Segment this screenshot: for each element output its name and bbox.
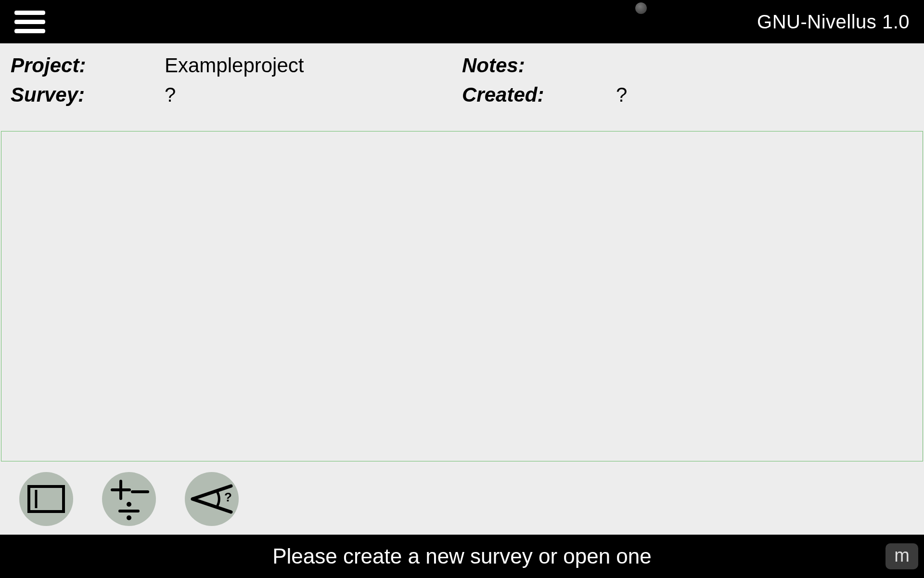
svg-point-7 xyxy=(127,515,131,520)
status-message: Please create a new survey or open one xyxy=(0,544,924,568)
frame-icon xyxy=(27,485,65,513)
survey-label: Survey: xyxy=(11,80,165,110)
app-title: GNU-Nivellus 1.0 xyxy=(757,11,910,33)
project-value: Exampleproject xyxy=(165,51,304,80)
unit-toggle[interactable]: m xyxy=(886,543,918,569)
hamburger-icon xyxy=(14,20,45,24)
survey-canvas[interactable] xyxy=(1,131,923,461)
notes-label: Notes: xyxy=(462,51,616,80)
calculate-button[interactable] xyxy=(102,472,156,526)
measure-angle-button[interactable]: ? xyxy=(185,472,239,526)
top-bar: GNU-Nivellus 1.0 xyxy=(0,0,924,43)
svg-rect-0 xyxy=(29,486,64,512)
plus-minus-divide-icon xyxy=(107,477,151,521)
created-value: ? xyxy=(616,80,627,110)
angle-measure-icon: ? xyxy=(189,482,235,516)
survey-value: ? xyxy=(165,80,176,110)
camera-dot-icon xyxy=(635,2,647,14)
svg-text:?: ? xyxy=(224,490,232,504)
hamburger-icon xyxy=(14,29,45,33)
project-label: Project: xyxy=(11,51,165,80)
info-panel: Project: Exampleproject Notes: Survey: ?… xyxy=(0,43,924,115)
hamburger-icon xyxy=(14,11,45,15)
created-label: Created: xyxy=(462,80,616,110)
menu-button[interactable] xyxy=(14,6,45,37)
canvas-container xyxy=(0,115,924,465)
svg-point-5 xyxy=(127,502,131,507)
view-frame-button[interactable] xyxy=(19,472,73,526)
tool-row: ? xyxy=(0,465,924,535)
bottom-bar: Please create a new survey or open one m xyxy=(0,535,924,578)
